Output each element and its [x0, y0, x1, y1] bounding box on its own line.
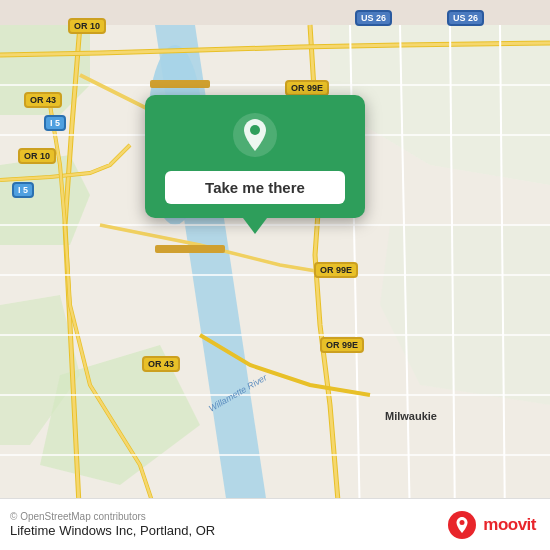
badge-or43-left: OR 43	[24, 92, 62, 108]
bottom-bar: © OpenStreetMap contributors Lifetime Wi…	[0, 498, 550, 550]
badge-or10-mid: OR 10	[18, 148, 56, 164]
take-me-there-button[interactable]: Take me there	[165, 171, 345, 204]
svg-point-23	[250, 125, 260, 135]
badge-or99e-lower: OR 99E	[320, 337, 364, 353]
svg-rect-20	[150, 80, 210, 88]
bottom-bar-info: © OpenStreetMap contributors Lifetime Wi…	[10, 511, 215, 538]
badge-i5-mid: I 5	[12, 182, 34, 198]
svg-point-25	[460, 520, 465, 525]
badge-or43-lower: OR 43	[142, 356, 180, 372]
moovit-logo: moovit	[447, 510, 536, 540]
badge-or99e-upper: OR 99E	[285, 80, 329, 96]
badge-i5-upper: I 5	[44, 115, 66, 131]
location-popup: Take me there	[145, 95, 365, 218]
milwaukie-label: Milwaukie	[385, 410, 437, 422]
location-pin-icon	[233, 113, 277, 157]
map-svg	[0, 0, 550, 550]
svg-rect-21	[155, 245, 225, 253]
copyright-text: © OpenStreetMap contributors	[10, 511, 215, 522]
moovit-icon	[447, 510, 477, 540]
map-container: OR 10 OR 43 I 5 OR 99E US 26 US 26 I 5 O…	[0, 0, 550, 550]
badge-us26-top2: US 26	[447, 10, 484, 26]
badge-us26-top1: US 26	[355, 10, 392, 26]
badge-or10-top: OR 10	[68, 18, 106, 34]
badge-or99e-mid: OR 99E	[314, 262, 358, 278]
moovit-text: moovit	[483, 515, 536, 535]
location-label: Lifetime Windows Inc, Portland, OR	[10, 523, 215, 538]
